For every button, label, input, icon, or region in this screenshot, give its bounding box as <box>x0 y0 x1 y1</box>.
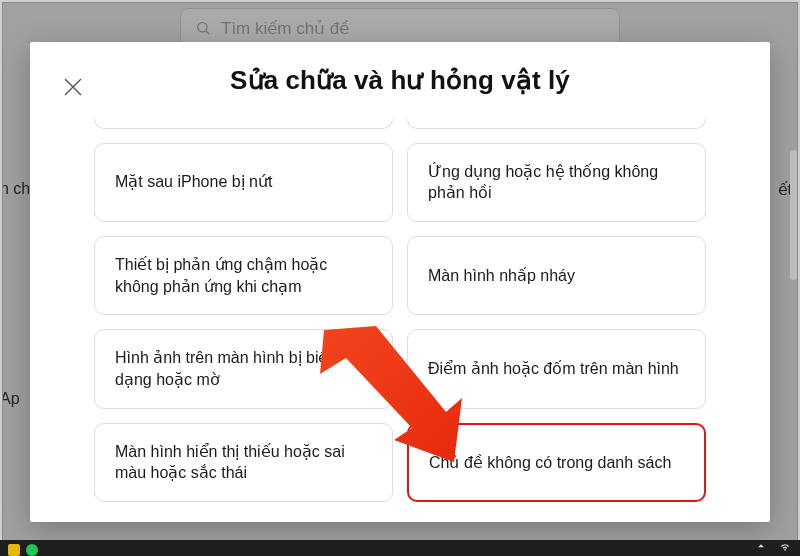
option-label: Màn hình hiển thị thiếu hoặc sai màu hoặ… <box>115 441 372 484</box>
svg-point-6 <box>26 544 38 556</box>
scrollbar[interactable] <box>790 150 798 280</box>
option-label: Hình ảnh trên màn hình bị biến dạng hoặc… <box>115 347 372 390</box>
option-distorted-image[interactable]: Hình ảnh trên màn hình bị biến dạng hoặc… <box>94 329 393 408</box>
prev-option-left[interactable] <box>94 119 393 129</box>
option-label: Màn hình nhấp nháy <box>428 265 575 287</box>
bg-text-left: n ch <box>0 180 30 198</box>
option-label: Mặt sau iPhone bị nứt <box>115 171 272 193</box>
taskbar <box>0 540 800 556</box>
options-grid: Mặt sau iPhone bị nứt Ứng dụng hoặc hệ t… <box>30 119 770 522</box>
wifi-icon[interactable] <box>778 539 792 556</box>
option-label: Chủ đề không có trong danh sách <box>429 452 671 474</box>
close-icon <box>61 75 85 99</box>
taskbar-left <box>8 542 38 554</box>
prev-option-right[interactable] <box>407 119 706 129</box>
tray-chevron-icon[interactable] <box>754 539 768 556</box>
option-missing-colors[interactable]: Màn hình hiển thị thiếu hoặc sai màu hoặ… <box>94 423 393 502</box>
option-back-cracked[interactable]: Mặt sau iPhone bị nứt <box>94 143 393 222</box>
bg-text-left2: Ap <box>0 390 20 408</box>
option-slow-touch[interactable]: Thiết bị phản ứng chậm hoặc không phản ứ… <box>94 236 393 315</box>
viewport: Tìm kiếm chủ đề n ch ết l Ap Sửa chữa và… <box>0 0 800 556</box>
modal-dialog: Sửa chữa và hư hỏng vật lý Mặt sau iPhon… <box>30 42 770 522</box>
taskbar-app-icon-2[interactable] <box>26 542 38 554</box>
option-label: Ứng dụng hoặc hệ thống không phản hồi <box>428 161 685 204</box>
taskbar-right <box>754 539 792 556</box>
option-label: Thiết bị phản ứng chậm hoặc không phản ứ… <box>115 254 372 297</box>
option-screen-flicker[interactable]: Màn hình nhấp nháy <box>407 236 706 315</box>
close-button[interactable] <box>56 70 90 104</box>
previous-row-peek <box>94 119 706 129</box>
taskbar-app-icon-1[interactable] <box>8 542 20 554</box>
modal-header: Sửa chữa và hư hỏng vật lý <box>30 42 770 119</box>
option-app-unresponsive[interactable]: Ứng dụng hoặc hệ thống không phản hồi <box>407 143 706 222</box>
modal-title: Sửa chữa và hư hỏng vật lý <box>230 65 570 96</box>
option-label: Điểm ảnh hoặc đốm trên màn hình <box>428 358 679 380</box>
svg-rect-5 <box>8 544 20 556</box>
option-not-listed[interactable]: Chủ đề không có trong danh sách <box>407 423 706 502</box>
option-pixels-spots[interactable]: Điểm ảnh hoặc đốm trên màn hình <box>407 329 706 408</box>
